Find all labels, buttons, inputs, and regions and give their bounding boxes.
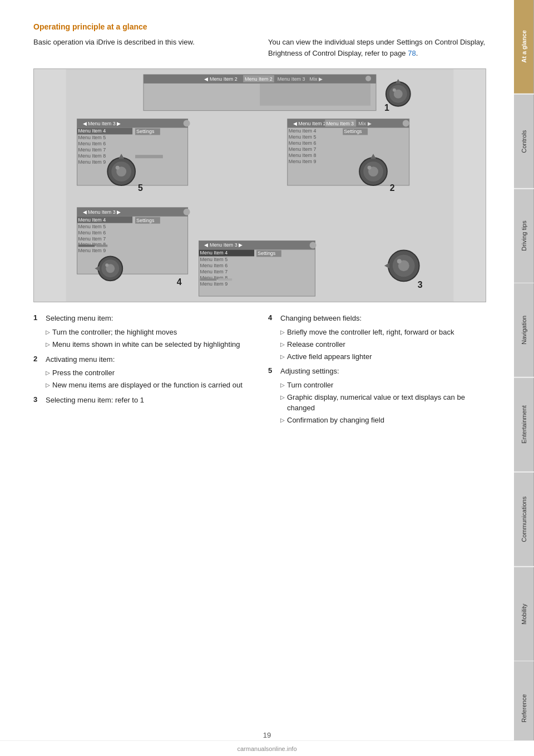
svg-text:Menu Item 4: Menu Item 4 (289, 128, 317, 134)
sidebar-tab-controls[interactable]: Controls (514, 95, 534, 188)
list-item-1-title: Selecting menu item: (46, 313, 113, 324)
svg-point-14 (393, 89, 396, 92)
intro-left: Basic operation via iDrive is described … (33, 37, 251, 58)
svg-rect-29 (135, 155, 163, 158)
svg-text:Menu Item 6: Menu Item 6 (78, 141, 106, 146)
svg-point-54 (368, 166, 372, 170)
svg-text:◀ Menu Item 3 ▶: ◀ Menu Item 3 ▶ (83, 209, 121, 215)
svg-text:Menu Item 8: Menu Item 8 (289, 153, 317, 158)
list-left-col: 1 Selecting menu item: Turn the controll… (33, 313, 251, 430)
svg-text:Menu Item 5: Menu Item 5 (78, 224, 106, 229)
svg-text:Menu Item 3: Menu Item 3 (326, 121, 354, 126)
svg-text:Menu Item 9: Menu Item 9 (289, 159, 317, 164)
svg-text:Menu Item 5: Menu Item 5 (78, 135, 106, 140)
list-item-4-title: Changing between fields: (280, 313, 362, 324)
page-link[interactable]: 78 (408, 49, 416, 57)
svg-text:Settings: Settings (344, 129, 362, 134)
sidebar-tab-entertainment[interactable]: Entertainment (514, 378, 534, 472)
list-num-3: 3 (33, 395, 41, 404)
list-1-subitems: Turn the controller; the highlight moves… (33, 327, 251, 350)
svg-point-19 (184, 120, 190, 127)
watermark-text: carmanualsonline.info (237, 745, 296, 752)
svg-text:4: 4 (177, 277, 182, 287)
svg-text:Mix ▶: Mix ▶ (310, 76, 323, 82)
list-item-3: 3 Selecting menu item: refer to 1 (33, 395, 251, 406)
intro-columns: Basic operation via iDrive is described … (33, 37, 486, 58)
svg-text:Menu Item 7: Menu Item 7 (289, 146, 317, 152)
list-5-sub-2: Graphic display, numerical value or text… (280, 392, 486, 414)
list-4-sub-3: Active field appears lighter (280, 352, 486, 362)
svg-point-33 (116, 166, 120, 170)
svg-text:Settings: Settings (258, 251, 276, 256)
svg-text:Menu Item 7: Menu Item 7 (78, 236, 106, 242)
svg-text:Menu Item 8: Menu Item 8 (78, 153, 106, 159)
list-1-sub-1: Turn the controller; the highlight moves (46, 327, 251, 338)
section-heading: Operating principle at a glance (33, 22, 486, 31)
list-item-1: 1 Selecting menu item: (33, 313, 251, 324)
svg-text:Menu Item 2: Menu Item 2 (245, 76, 273, 82)
svg-text:Menu Item 9: Menu Item 9 (78, 248, 106, 253)
sidebar-tab-communications[interactable]: Communications (514, 473, 534, 566)
list-item-2-title: Activating menu item: (46, 355, 115, 365)
list-4-sub-1: Briefly move the controller left, right,… (280, 327, 486, 338)
sidebar-tab-navigation[interactable]: Navigation (514, 283, 534, 377)
numbered-list: 1 Selecting menu item: Turn the controll… (33, 313, 486, 430)
list-item-4: 4 Changing between fields: (268, 313, 486, 324)
svg-text:Menu Item 7: Menu Item 7 (200, 269, 228, 274)
sidebar: At a glance Controls Driving tips Naviga… (514, 0, 534, 756)
svg-text:◀ Menu Item 2: ◀ Menu Item 2 (293, 121, 326, 126)
svg-rect-9 (260, 84, 370, 106)
svg-point-42 (403, 120, 409, 127)
svg-text:Menu Item 5: Menu Item 5 (200, 257, 228, 262)
list-item-2: 2 Activating menu item: (33, 355, 251, 365)
page-number: 19 (263, 731, 271, 739)
svg-text:Menu Item 5: Menu Item 5 (289, 134, 317, 140)
list-4-sub-2: Release controller (280, 340, 486, 350)
svg-text:Menu Item 6: Menu Item 6 (289, 140, 317, 146)
svg-text:Mix ▶: Mix ▶ (358, 121, 371, 126)
svg-text:Menu Item 6: Menu Item 6 (78, 230, 106, 235)
svg-text:Settings: Settings (136, 218, 155, 223)
list-1-sub-2: Menu items shown in white can be selecte… (46, 340, 251, 350)
list-num-5: 5 (268, 366, 276, 375)
watermark-bar: carmanualsonline.info (0, 740, 534, 756)
intro-right: You can view the individual steps under … (268, 37, 486, 58)
svg-text:Menu Item 3: Menu Item 3 (278, 76, 305, 82)
diagram-svg: ◀ Menu Item 2 Menu Item 2 Menu Item 3 Mi… (34, 69, 486, 302)
list-num-2: 2 (33, 355, 41, 363)
svg-text:Settings: Settings (136, 129, 155, 134)
svg-text:◀ Menu Item 3 ▶: ◀ Menu Item 3 ▶ (83, 121, 121, 126)
svg-point-97 (105, 263, 108, 267)
svg-rect-70 (78, 244, 95, 247)
svg-text:2: 2 (390, 183, 395, 193)
svg-text:Menu Item 9: Menu Item 9 (78, 159, 106, 165)
svg-rect-86 (218, 278, 232, 281)
svg-point-91 (397, 259, 402, 263)
svg-text:Menu Item 7: Menu Item 7 (78, 147, 106, 153)
svg-point-75 (310, 242, 317, 249)
list-num-4: 4 (268, 313, 276, 322)
list-4-subitems: Briefly move the controller left, right,… (268, 327, 486, 362)
intro-left-text: Basic operation via iDrive is described … (33, 38, 195, 46)
sidebar-tab-mobility[interactable]: Mobility (514, 567, 534, 661)
list-5-subitems: Turn controller Graphic display, numeric… (268, 380, 486, 425)
svg-text:3: 3 (418, 280, 423, 289)
list-2-sub-2: New menu items are displayed or the func… (46, 380, 251, 391)
svg-point-8 (365, 76, 371, 81)
svg-point-60 (184, 209, 190, 215)
svg-text:Menu Item 4: Menu Item 4 (78, 128, 106, 134)
list-2-sub-1: Press the controller (46, 368, 251, 379)
sidebar-tab-at-a-glance[interactable]: At a glance (514, 0, 534, 94)
list-num-1: 1 (33, 313, 41, 322)
list-5-sub-3: Confirmation by changing field (280, 415, 486, 426)
svg-rect-71 (96, 244, 107, 247)
svg-text:Menu Item 6: Menu Item 6 (200, 263, 228, 268)
list-item-5: 5 Adjusting settings: (268, 366, 486, 377)
list-item-3-title: Selecting menu item: refer to 1 (46, 395, 144, 406)
svg-text:◀ Menu Item 3 ▶: ◀ Menu Item 3 ▶ (204, 242, 243, 248)
svg-text:Menu Item 9: Menu Item 9 (200, 281, 228, 287)
list-5-sub-1: Turn controller (280, 380, 486, 391)
svg-text:◀ Menu Item 2: ◀ Menu Item 2 (204, 76, 237, 82)
sidebar-tab-driving-tips[interactable]: Driving tips (514, 189, 534, 283)
list-2-subitems: Press the controller New menu items are … (33, 368, 251, 391)
